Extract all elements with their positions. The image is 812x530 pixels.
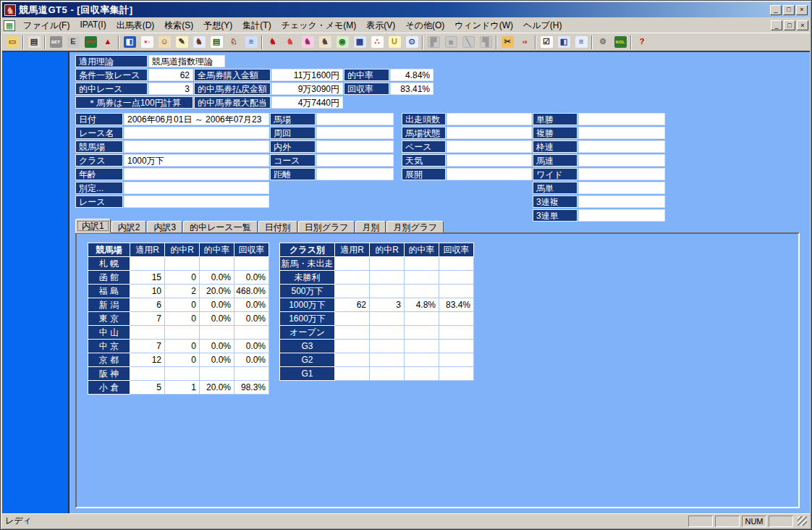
print-button[interactable]: ▤ <box>25 34 43 50</box>
course-search-button[interactable]: ◉ <box>334 34 351 50</box>
help-button[interactable]: ? <box>633 34 651 50</box>
menu-item-search[interactable]: 検索(S) <box>159 18 198 33</box>
menu-item-check-memo[interactable]: チェック・メモ(M) <box>276 18 362 33</box>
filter-value-bets-7[interactable] <box>578 209 665 222</box>
row-header: 新馬・未出走 <box>280 257 335 271</box>
total-purchase-label: 全馬券購入金額 <box>194 69 271 81</box>
table-cell <box>370 257 405 271</box>
horse-check-button[interactable]: ♞ <box>190 34 208 50</box>
tab-monthly[interactable]: 月別 <box>355 221 386 233</box>
ipat-button[interactable]: IPAT <box>82 34 99 50</box>
memo-button[interactable]: ✎ <box>173 34 190 50</box>
filter-value-left-2[interactable] <box>124 140 269 153</box>
trophy-search-button[interactable]: U <box>386 34 403 50</box>
filter-value-track-1[interactable] <box>316 127 394 139</box>
race-import-button[interactable]: ♞ <box>264 34 282 50</box>
tab-breakdown3[interactable]: 内訳3 <box>147 221 182 233</box>
fund-adjust-button[interactable]: ±¥ <box>516 34 533 50</box>
filter-value-bets-4[interactable] <box>578 168 665 180</box>
filter-value-race-2[interactable] <box>447 140 532 153</box>
filter-value-bets-3[interactable] <box>578 154 665 167</box>
table-cell <box>335 312 370 326</box>
maximize-button[interactable]: □ <box>783 5 795 15</box>
title-bar[interactable]: ♞ 競馬道GT5 - [回収率集計] _ □ × <box>2 2 810 17</box>
filter-value-bets-1[interactable] <box>578 127 665 139</box>
filter-value-left-0[interactable]: 2006年06月01日 ～ 2006年07月23日 <box>124 113 269 125</box>
filter-label-bets-5: 馬単 <box>533 182 578 194</box>
filter-value-track-3[interactable] <box>316 154 394 167</box>
filter-value-left-6[interactable] <box>124 195 269 208</box>
hit-races-value: 3 <box>148 83 193 95</box>
tab-breakdown2[interactable]: 内訳2 <box>111 221 147 233</box>
filter-value-track-0[interactable] <box>316 113 394 125</box>
filter-value-race-1[interactable] <box>447 127 532 139</box>
menu-item-help[interactable]: ヘルプ(H) <box>518 18 567 33</box>
filter-value-left-5[interactable] <box>124 182 269 194</box>
odds-search-button[interactable]: ∴ <box>368 34 386 50</box>
mark-pins-button[interactable]: ✕○ <box>138 34 156 50</box>
sheet-edit-button[interactable]: ▤ <box>208 34 225 50</box>
mdi-restore-button[interactable]: □ <box>784 20 795 30</box>
filter-value-bets-5[interactable] <box>578 182 665 194</box>
person-button[interactable]: ☺ <box>156 34 173 50</box>
filter-value-bets-0[interactable] <box>578 113 665 125</box>
search-grid-button[interactable]: ◧ <box>121 34 138 50</box>
filter-value-bets-6[interactable] <box>578 195 665 208</box>
tab-breakdown1[interactable]: 内訳1 <box>75 219 111 233</box>
minimize-button[interactable]: _ <box>770 5 782 15</box>
menu-item-file[interactable]: ファイル(F) <box>18 18 75 33</box>
menu-item-view[interactable]: 表示(V) <box>361 18 400 33</box>
settings-wrench-button[interactable]: ⚙ <box>594 34 612 50</box>
bet-table-button[interactable]: BET <box>47 34 64 50</box>
tab-hit-race-list[interactable]: 的中レース一覧 <box>183 221 258 233</box>
person-icon: ☺ <box>158 36 171 48</box>
tab-daily-graph[interactable]: 日別グラフ <box>298 221 355 233</box>
filter-value-left-3[interactable]: 1000万下 <box>124 154 269 167</box>
kol-button[interactable]: KOL <box>612 34 629 50</box>
tab-by-date[interactable]: 日付別 <box>258 221 297 233</box>
filter-value-race-4[interactable] <box>447 168 532 180</box>
open-report-button[interactable]: ▭ <box>4 34 21 50</box>
horse-search-button[interactable]: ♞ <box>299 34 316 50</box>
check-settings-button[interactable]: ☑ <box>538 34 555 50</box>
scissors-button[interactable]: ✂ <box>499 34 516 50</box>
mdi-document-icon[interactable]: ▦ <box>4 20 15 31</box>
tower-button[interactable]: ▲ <box>99 34 117 50</box>
list-view-button[interactable]: ≡ <box>572 34 590 50</box>
menu-item-ipat[interactable]: IPAT(I) <box>75 18 111 33</box>
table-cell <box>130 367 165 381</box>
menu-item-racecard[interactable]: 出馬表(D) <box>111 18 160 33</box>
filter-value-left-1[interactable] <box>124 127 269 139</box>
close-button[interactable]: × <box>796 5 808 15</box>
filter-value-track-4[interactable] <box>316 168 394 180</box>
menu-item-forecast[interactable]: 予想(Y) <box>198 18 237 33</box>
resize-grip[interactable] <box>798 516 807 526</box>
comment-search-button[interactable]: ⊙ <box>403 34 420 50</box>
tab-monthly-graph[interactable]: 月別グラフ <box>386 221 444 233</box>
filter-value-left-4[interactable] <box>124 168 269 180</box>
filter-value-track-2[interactable] <box>316 140 394 153</box>
race-import2-button[interactable]: ♞ <box>282 34 299 50</box>
print-list-button[interactable]: ≡ <box>242 34 260 50</box>
tower-icon: ▲ <box>102 36 114 48</box>
menu-item-window[interactable]: ウィンドウ(W) <box>449 18 518 33</box>
horse-head-button[interactable]: ♘ <box>225 34 242 50</box>
horse-head-icon: ♘ <box>228 36 240 48</box>
mdi-minimize-button[interactable]: _ <box>771 20 782 30</box>
table-cell <box>370 285 405 298</box>
menu-item-others[interactable]: その他(O) <box>400 18 449 33</box>
table-search-button[interactable]: ▦ <box>351 34 368 50</box>
filter-row: レース名 <box>75 127 269 139</box>
mdi-close-button[interactable]: × <box>797 20 808 30</box>
table-cell <box>335 285 370 298</box>
editor-button[interactable]: E <box>64 34 82 50</box>
status-text: レディ <box>5 515 32 527</box>
jockey-search-button[interactable]: ♞ <box>316 34 334 50</box>
filter-value-bets-2[interactable] <box>578 140 665 153</box>
filter-value-race-3[interactable] <box>447 154 532 167</box>
filter-value-race-0[interactable] <box>447 113 532 125</box>
window-search-button[interactable]: ◧ <box>555 34 572 50</box>
filter-label-race-0: 出走頭数 <box>402 113 446 125</box>
table-row: G2 <box>280 353 474 367</box>
menu-item-tally[interactable]: 集計(T) <box>237 18 276 33</box>
